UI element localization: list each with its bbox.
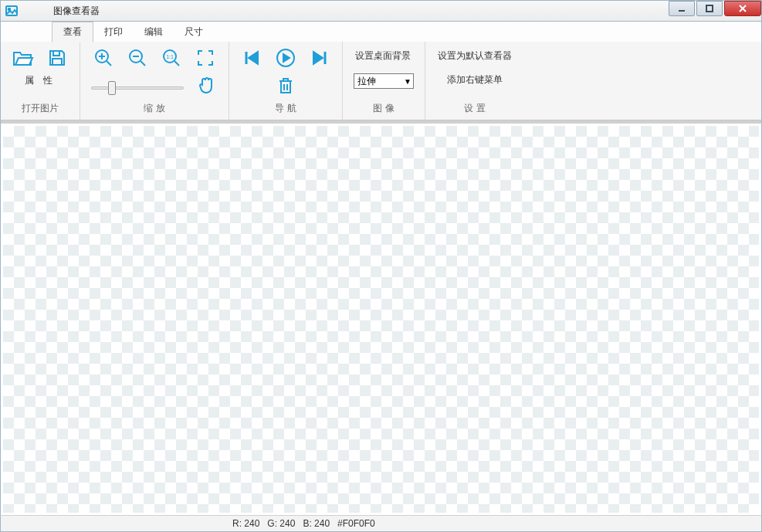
status-bar: R: 240 G: 240 B: 240 #F0F0F0 [0,515,762,532]
group-nav: 导 航 [229,42,343,120]
title-bar: 图像查看器 [0,0,762,22]
tab-size[interactable]: 尺寸 [174,22,214,42]
group-open-label: 打开图片 [22,100,59,118]
stretch-mode-select[interactable]: 拉伸 ▼ [354,73,414,89]
group-image-label: 图 像 [373,100,394,118]
zoom-slider[interactable] [91,81,184,95]
set-default-viewer-button[interactable]: 设置为默认查看器 [436,46,513,66]
group-zoom: 1:1 缩 放 [80,42,229,120]
group-zoom-label: 缩 放 [144,100,164,118]
pan-button[interactable] [195,74,218,97]
svg-line-9 [107,61,111,66]
window-title: 图像查看器 [53,5,100,18]
maximize-button[interactable] [696,1,723,16]
group-nav-label: 导 航 [275,100,296,118]
group-open: 属 性 打开图片 [1,42,80,120]
svg-text:1:1: 1:1 [166,54,174,59]
svg-rect-6 [53,51,59,56]
close-button[interactable] [724,1,761,16]
properties-button[interactable]: 属 性 [25,74,55,87]
open-button[interactable] [12,46,35,69]
status-hex: #F0F0F0 [337,518,375,529]
set-wallpaper-button[interactable]: 设置桌面背景 [354,46,412,66]
image-canvas[interactable] [3,126,759,513]
save-button[interactable] [46,46,69,69]
window-controls [669,1,761,16]
fullscreen-button[interactable] [194,46,217,69]
group-settings-label: 设 置 [464,100,485,118]
play-button[interactable] [274,46,297,69]
prev-button[interactable] [240,46,263,69]
svg-line-16 [174,61,179,66]
status-b: B: 240 [303,518,330,529]
group-image: 设置桌面背景 拉伸 ▼ 图 像 [343,42,425,120]
delete-button[interactable] [274,74,297,97]
zoom-actual-button[interactable]: 1:1 [160,46,183,69]
tab-view[interactable]: 查看 [52,22,93,42]
stretch-mode-value: 拉伸 [357,75,376,88]
svg-rect-7 [52,59,62,65]
zoom-in-button[interactable] [92,46,115,69]
svg-rect-3 [706,5,713,12]
next-button[interactable] [308,46,331,69]
caret-down-icon: ▼ [404,77,411,86]
svg-line-13 [141,61,145,66]
ribbon: 属 性 打开图片 1:1 [0,42,762,120]
tab-print[interactable]: 打印 [93,22,134,42]
minimize-button[interactable] [669,1,695,16]
status-r: R: 240 [232,518,259,529]
add-context-menu-button[interactable]: 添加右键菜单 [445,70,504,90]
tab-edit[interactable]: 编辑 [134,22,174,42]
app-icon [5,5,18,17]
group-settings: 设置为默认查看器 添加右键菜单 设 置 [425,42,524,120]
zoom-out-button[interactable] [126,46,149,69]
status-g: G: 240 [267,518,295,529]
canvas-container [0,124,762,515]
ribbon-tabs: 查看 打印 编辑 尺寸 [0,22,762,42]
